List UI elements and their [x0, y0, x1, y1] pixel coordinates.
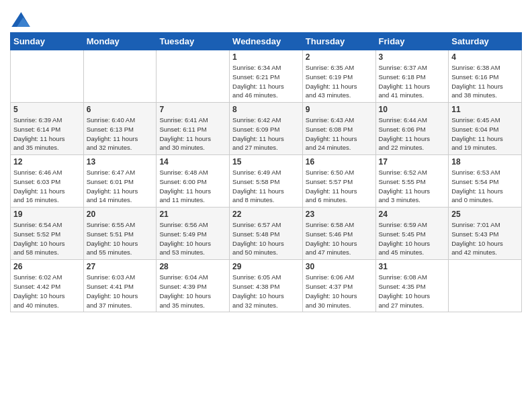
- day-info: Sunrise: 6:45 AM Sunset: 6:04 PM Dayligh…: [451, 116, 519, 152]
- week-row-3: 12Sunrise: 6:46 AM Sunset: 6:03 PM Dayli…: [11, 155, 522, 208]
- day-number: 21: [159, 210, 226, 219]
- calendar-cell: [157, 50, 230, 103]
- day-number: 28: [159, 262, 226, 271]
- calendar-cell: 20Sunrise: 6:55 AM Sunset: 5:51 PM Dayli…: [83, 208, 157, 260]
- calendar-cell: [449, 260, 522, 312]
- day-info: Sunrise: 6:42 AM Sunset: 6:09 PM Dayligh…: [232, 116, 300, 152]
- day-number: 4: [451, 52, 519, 62]
- day-number: 25: [451, 210, 519, 219]
- calendar-cell: 2Sunrise: 6:35 AM Sunset: 6:19 PM Daylig…: [302, 50, 375, 103]
- day-info: Sunrise: 6:37 AM Sunset: 6:18 PM Dayligh…: [379, 63, 446, 100]
- weekday-header-sunday: Sunday: [11, 33, 84, 50]
- day-info: Sunrise: 6:48 AM Sunset: 6:00 PM Dayligh…: [159, 168, 226, 205]
- calendar-cell: 9Sunrise: 6:43 AM Sunset: 6:08 PM Daylig…: [302, 103, 375, 155]
- day-info: Sunrise: 6:04 AM Sunset: 4:39 PM Dayligh…: [159, 273, 226, 310]
- calendar-cell: 7Sunrise: 6:41 AM Sunset: 6:11 PM Daylig…: [157, 103, 230, 155]
- day-number: 3: [379, 52, 446, 62]
- day-number: 12: [13, 157, 81, 167]
- day-number: 6: [87, 105, 154, 114]
- calendar-cell: 1Sunrise: 6:34 AM Sunset: 6:21 PM Daylig…: [230, 50, 303, 103]
- page: SundayMondayTuesdayWednesdayThursdayFrid…: [0, 0, 532, 411]
- day-info: Sunrise: 6:43 AM Sunset: 6:08 PM Dayligh…: [306, 116, 373, 152]
- day-info: Sunrise: 6:08 AM Sunset: 4:35 PM Dayligh…: [379, 273, 446, 310]
- calendar-cell: 13Sunrise: 6:47 AM Sunset: 6:01 PM Dayli…: [83, 155, 157, 208]
- day-info: Sunrise: 6:03 AM Sunset: 4:41 PM Dayligh…: [87, 273, 154, 310]
- week-row-1: 1Sunrise: 6:34 AM Sunset: 6:21 PM Daylig…: [11, 50, 522, 103]
- day-info: Sunrise: 6:55 AM Sunset: 5:51 PM Dayligh…: [87, 220, 154, 257]
- calendar-cell: 26Sunrise: 6:02 AM Sunset: 4:42 PM Dayli…: [11, 260, 84, 312]
- day-info: Sunrise: 6:54 AM Sunset: 5:52 PM Dayligh…: [13, 220, 81, 257]
- day-number: 1: [232, 52, 300, 62]
- logo: [10, 12, 30, 27]
- calendar-cell: 29Sunrise: 6:05 AM Sunset: 4:38 PM Dayli…: [230, 260, 303, 312]
- calendar-cell: 6Sunrise: 6:40 AM Sunset: 6:13 PM Daylig…: [83, 103, 157, 155]
- calendar-cell: [11, 50, 84, 103]
- day-info: Sunrise: 6:50 AM Sunset: 5:57 PM Dayligh…: [306, 168, 373, 205]
- calendar-cell: 16Sunrise: 6:50 AM Sunset: 5:57 PM Dayli…: [302, 155, 375, 208]
- weekday-header-thursday: Thursday: [302, 33, 375, 50]
- day-number: 8: [232, 105, 300, 114]
- calendar-cell: 11Sunrise: 6:45 AM Sunset: 6:04 PM Dayli…: [449, 103, 522, 155]
- day-info: Sunrise: 6:40 AM Sunset: 6:13 PM Dayligh…: [87, 116, 154, 152]
- calendar-cell: 12Sunrise: 6:46 AM Sunset: 6:03 PM Dayli…: [11, 155, 84, 208]
- day-number: 18: [451, 157, 519, 167]
- calendar-cell: 10Sunrise: 6:44 AM Sunset: 6:06 PM Dayli…: [375, 103, 449, 155]
- day-number: 23: [306, 210, 373, 219]
- calendar-cell: 27Sunrise: 6:03 AM Sunset: 4:41 PM Dayli…: [83, 260, 157, 312]
- day-number: 2: [306, 52, 373, 62]
- day-number: 7: [159, 105, 226, 114]
- day-info: Sunrise: 6:05 AM Sunset: 4:38 PM Dayligh…: [232, 273, 300, 310]
- day-number: 17: [379, 157, 446, 167]
- calendar-cell: 31Sunrise: 6:08 AM Sunset: 4:35 PM Dayli…: [375, 260, 449, 312]
- day-number: 13: [87, 157, 154, 167]
- day-number: 19: [13, 210, 81, 219]
- week-row-2: 5Sunrise: 6:39 AM Sunset: 6:14 PM Daylig…: [11, 103, 522, 155]
- weekday-header-wednesday: Wednesday: [230, 33, 303, 50]
- day-number: 5: [13, 105, 81, 114]
- calendar-cell: 17Sunrise: 6:52 AM Sunset: 5:55 PM Dayli…: [375, 155, 449, 208]
- day-number: 31: [379, 262, 446, 271]
- calendar-cell: 30Sunrise: 6:06 AM Sunset: 4:37 PM Dayli…: [302, 260, 375, 312]
- weekday-header-saturday: Saturday: [449, 33, 522, 50]
- calendar-cell: 18Sunrise: 6:53 AM Sunset: 5:54 PM Dayli…: [449, 155, 522, 208]
- day-info: Sunrise: 6:52 AM Sunset: 5:55 PM Dayligh…: [379, 168, 446, 205]
- calendar-cell: 28Sunrise: 6:04 AM Sunset: 4:39 PM Dayli…: [157, 260, 230, 312]
- calendar-cell: 14Sunrise: 6:48 AM Sunset: 6:00 PM Dayli…: [157, 155, 230, 208]
- day-info: Sunrise: 6:49 AM Sunset: 5:58 PM Dayligh…: [232, 168, 300, 205]
- calendar-cell: 15Sunrise: 6:49 AM Sunset: 5:58 PM Dayli…: [230, 155, 303, 208]
- day-number: 9: [306, 105, 373, 114]
- weekday-header-monday: Monday: [83, 33, 157, 50]
- calendar-cell: 19Sunrise: 6:54 AM Sunset: 5:52 PM Dayli…: [11, 208, 84, 260]
- week-row-4: 19Sunrise: 6:54 AM Sunset: 5:52 PM Dayli…: [11, 208, 522, 260]
- day-info: Sunrise: 6:41 AM Sunset: 6:11 PM Dayligh…: [159, 116, 226, 152]
- week-row-5: 26Sunrise: 6:02 AM Sunset: 4:42 PM Dayli…: [11, 260, 522, 312]
- day-info: Sunrise: 6:44 AM Sunset: 6:06 PM Dayligh…: [379, 116, 446, 152]
- calendar-cell: 22Sunrise: 6:57 AM Sunset: 5:48 PM Dayli…: [230, 208, 303, 260]
- day-info: Sunrise: 6:06 AM Sunset: 4:37 PM Dayligh…: [306, 273, 373, 310]
- calendar-cell: 21Sunrise: 6:56 AM Sunset: 5:49 PM Dayli…: [157, 208, 230, 260]
- weekday-header-row: SundayMondayTuesdayWednesdayThursdayFrid…: [11, 33, 522, 50]
- weekday-header-tuesday: Tuesday: [157, 33, 230, 50]
- calendar-cell: 3Sunrise: 6:37 AM Sunset: 6:18 PM Daylig…: [375, 50, 449, 103]
- day-info: Sunrise: 6:56 AM Sunset: 5:49 PM Dayligh…: [159, 220, 226, 257]
- day-number: 22: [232, 210, 300, 219]
- day-info: Sunrise: 6:47 AM Sunset: 6:01 PM Dayligh…: [87, 168, 154, 205]
- day-number: 24: [379, 210, 446, 219]
- day-info: Sunrise: 6:38 AM Sunset: 6:16 PM Dayligh…: [451, 63, 519, 100]
- day-info: Sunrise: 6:59 AM Sunset: 5:45 PM Dayligh…: [379, 220, 446, 257]
- day-info: Sunrise: 6:46 AM Sunset: 6:03 PM Dayligh…: [13, 168, 81, 205]
- day-info: Sunrise: 6:39 AM Sunset: 6:14 PM Dayligh…: [13, 116, 81, 152]
- calendar-body: 1Sunrise: 6:34 AM Sunset: 6:21 PM Daylig…: [11, 50, 522, 312]
- logo-icon: [11, 12, 30, 27]
- day-number: 11: [451, 105, 519, 114]
- weekday-header-friday: Friday: [375, 33, 449, 50]
- calendar-cell: 23Sunrise: 6:58 AM Sunset: 5:46 PM Dayli…: [302, 208, 375, 260]
- day-number: 14: [159, 157, 226, 167]
- day-info: Sunrise: 6:58 AM Sunset: 5:46 PM Dayligh…: [306, 220, 373, 257]
- calendar-cell: 24Sunrise: 6:59 AM Sunset: 5:45 PM Dayli…: [375, 208, 449, 260]
- calendar-cell: 4Sunrise: 6:38 AM Sunset: 6:16 PM Daylig…: [449, 50, 522, 103]
- day-number: 29: [232, 262, 300, 271]
- day-number: 15: [232, 157, 300, 167]
- calendar-cell: 8Sunrise: 6:42 AM Sunset: 6:09 PM Daylig…: [230, 103, 303, 155]
- day-info: Sunrise: 7:01 AM Sunset: 5:43 PM Dayligh…: [451, 220, 519, 257]
